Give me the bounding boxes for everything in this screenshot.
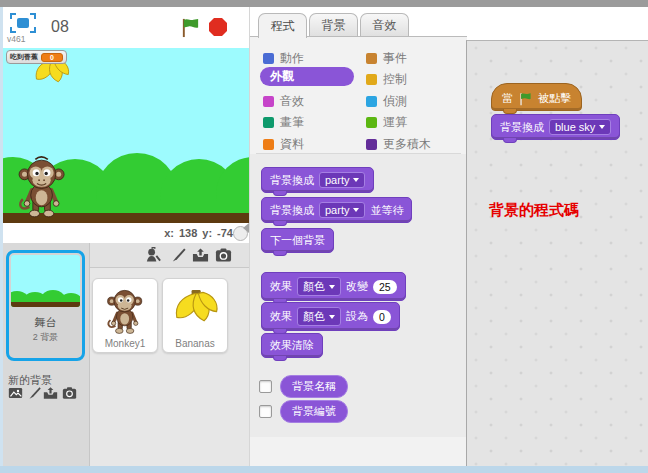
stage-canvas[interactable]: 吃到香蕉 0 [3, 48, 249, 223]
bananas-thumbnail-image [170, 285, 220, 327]
fullscreen-icon[interactable] [10, 13, 36, 33]
category-sound[interactable]: 音效 [263, 93, 304, 110]
scripts-area[interactable]: 當 被點擊 背景換成 blue sky 背景的程式碼 [466, 40, 648, 467]
version-label: v461 [7, 34, 25, 44]
category-data[interactable]: 資料 [263, 136, 304, 153]
category-events[interactable]: 事件 [366, 50, 407, 67]
category-more-blocks[interactable]: 更多積木 [366, 136, 431, 153]
category-sensing-label: 偵測 [383, 93, 407, 110]
window-top-bar [0, 0, 648, 7]
mouse-coordinates: x: 138 y: -74 [164, 227, 233, 239]
backdrop-number-row: 背景編號 [259, 400, 348, 423]
collapse-stage-arrow-icon[interactable] [243, 223, 249, 233]
category-control[interactable]: 控制 [366, 71, 407, 88]
tab-sounds-label: 音效 [373, 17, 397, 34]
reporter-backdrop-name[interactable]: 背景名稱 [280, 375, 348, 398]
block-label: 背景換成 [270, 203, 314, 218]
control-color-swatch [366, 74, 377, 85]
effect-dropdown[interactable]: 顏色 [297, 277, 341, 296]
monkey-thumbnail-image [106, 285, 144, 335]
upload-sprite-icon[interactable] [192, 247, 209, 263]
monkey-sprite[interactable] [17, 153, 67, 219]
upload-backdrop-icon[interactable] [43, 386, 58, 400]
stage-backdrop-count: 2 背景 [9, 331, 82, 344]
category-motion[interactable]: 動作 [263, 50, 304, 67]
number-input[interactable]: 25 [373, 280, 397, 294]
dropdown-value: 顏色 [303, 309, 325, 324]
tab-sounds[interactable]: 音效 [360, 13, 409, 36]
window-bottom-edge [0, 466, 648, 473]
sprite-name-bananas: Bananas [163, 338, 227, 349]
block-change-effect[interactable]: 效果 顏色 改變 25 [261, 272, 406, 301]
category-operators[interactable]: 運算 [366, 114, 407, 131]
block-label-suffix: 改變 [346, 279, 368, 294]
data-color-swatch [263, 139, 274, 150]
category-pen[interactable]: 畫筆 [263, 114, 304, 131]
category-more-blocks-label: 更多積木 [383, 136, 431, 153]
block-switch-backdrop-and-wait[interactable]: 背景換成 party 並等待 [261, 197, 412, 223]
paint-backdrop-icon[interactable] [27, 386, 42, 400]
green-flag-icon [518, 92, 533, 106]
category-looks-label: 外觀 [270, 68, 294, 85]
new-backdrop-from-library-icon[interactable] [8, 386, 23, 400]
reporter-backdrop-number[interactable]: 背景編號 [280, 400, 348, 423]
backdrop-dropdown[interactable]: party [319, 172, 365, 188]
pen-color-swatch [263, 117, 274, 128]
paint-new-sprite-icon[interactable] [170, 247, 187, 263]
effect-dropdown[interactable]: 顏色 [297, 307, 341, 326]
dropdown-value: 顏色 [303, 279, 325, 294]
sprite-pane: 舞台 2 背景 新的背景 [3, 243, 249, 466]
tab-backdrops[interactable]: 背景 [309, 13, 358, 36]
sound-color-swatch [263, 96, 274, 107]
category-looks-selected[interactable]: 外觀 [260, 67, 354, 86]
backdrop-dropdown[interactable]: blue sky [549, 119, 611, 135]
variable-value: 0 [41, 53, 63, 62]
hat-label-prefix: 當 [502, 91, 513, 106]
motion-color-swatch [263, 53, 274, 64]
block-clear-effects[interactable]: 效果清除 [261, 333, 323, 358]
operators-color-swatch [366, 117, 377, 128]
backdrop-name-checkbox[interactable] [259, 380, 272, 393]
sensing-color-swatch [366, 96, 377, 107]
dropdown-caret-icon [353, 178, 359, 182]
backdrop-dropdown[interactable]: party [319, 202, 365, 218]
block-switch-backdrop[interactable]: 背景換成 party [261, 167, 374, 193]
block-label: 效果 [270, 309, 292, 324]
category-data-label: 資料 [280, 136, 304, 153]
block-set-effect[interactable]: 效果 顏色 設為 0 [261, 302, 400, 331]
new-sprite-from-library-icon[interactable] [145, 247, 162, 263]
script-annotation-text: 背景的程式碼 [489, 201, 579, 220]
green-flag-icon[interactable] [180, 17, 201, 38]
stop-icon[interactable] [208, 17, 228, 37]
scratch-editor-window: v461 08 [0, 0, 648, 473]
backdrop-number-checkbox[interactable] [259, 405, 272, 418]
stage-thumbnail-title: 舞台 [9, 315, 82, 330]
y-label: y: [202, 227, 212, 239]
block-next-backdrop[interactable]: 下一個背景 [261, 228, 334, 253]
block-label: 效果清除 [270, 338, 314, 353]
number-input[interactable]: 0 [373, 310, 391, 324]
block-label: 背景換成 [500, 120, 544, 135]
x-value: 138 [179, 227, 197, 239]
category-operators-label: 運算 [383, 114, 407, 131]
camera-sprite-icon[interactable] [215, 247, 232, 263]
block-label-suffix: 設為 [346, 309, 368, 324]
y-value: -74 [217, 227, 233, 239]
camera-backdrop-icon[interactable] [62, 386, 77, 400]
dropdown-caret-icon [329, 315, 335, 319]
category-sensing[interactable]: 偵測 [366, 93, 407, 110]
block-label: 下一個背景 [270, 233, 325, 248]
dropdown-value: party [325, 174, 349, 186]
stage-thumbnail-card[interactable]: 舞台 2 背景 [6, 250, 85, 361]
category-divider [256, 153, 461, 154]
variable-readout[interactable]: 吃到香蕉 0 [6, 50, 67, 64]
sprite-card-bananas[interactable]: Bananas [162, 278, 228, 353]
script-block-switch-backdrop[interactable]: 背景換成 blue sky [491, 114, 620, 140]
dropdown-caret-icon [329, 285, 335, 289]
hat-block-when-flag-clicked[interactable]: 當 被點擊 [491, 83, 582, 111]
hat-label-suffix: 被點擊 [538, 91, 571, 106]
project-title: 08 [51, 18, 69, 36]
sprite-card-monkey1[interactable]: Monkey1 [92, 278, 158, 353]
stage-pane: v461 08 [3, 7, 249, 466]
tab-scripts[interactable]: 程式 [258, 13, 307, 38]
